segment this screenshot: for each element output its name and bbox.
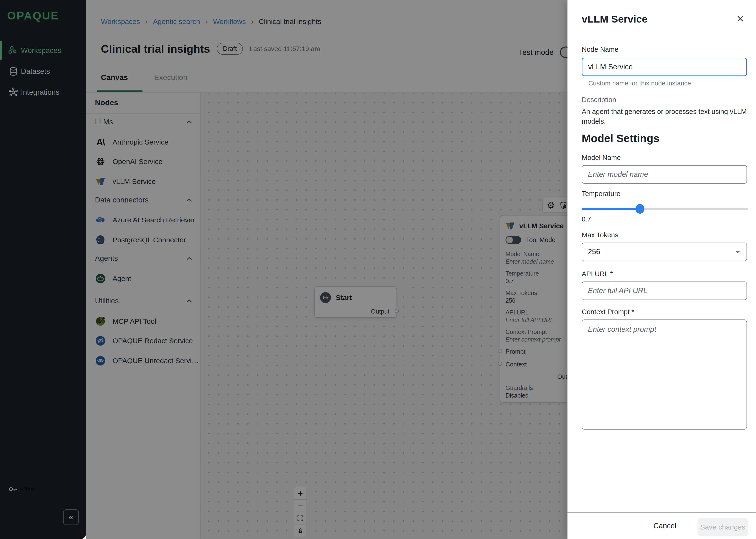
drawer-title: vLLM Service [582, 13, 647, 25]
node-name-helper: Custom name for this node instance [588, 80, 691, 87]
sidebar-item-datasets[interactable]: Datasets [0, 62, 86, 81]
node-name-input[interactable] [582, 58, 747, 76]
slider-fill [582, 208, 640, 210]
context-prompt-label: Context Prompt * [582, 308, 634, 316]
slider-knob[interactable] [635, 204, 644, 214]
temperature-label: Temperature [582, 190, 621, 198]
key-icon [9, 485, 18, 494]
app-window: OPAQUE Workspaces Datasets [0, 0, 756, 539]
cancel-button[interactable]: Cancel [653, 522, 676, 530]
max-tokens-label: Max Tokens [582, 231, 618, 239]
sidebar-collapse-button[interactable]: « [63, 509, 79, 525]
integrations-icon [9, 88, 18, 97]
sidebar-item-label: Datasets [21, 67, 50, 76]
api-url-label: API URL * [582, 270, 613, 278]
chevron-down-icon [735, 250, 741, 254]
api-url-input[interactable] [582, 281, 747, 300]
opaque-logo: OPAQUE [7, 9, 59, 22]
close-icon[interactable]: × [734, 12, 747, 25]
api-key-label: API Key [21, 487, 35, 491]
description-text: An agent that generates or processes tex… [582, 107, 748, 126]
sidebar: OPAQUE Workspaces Datasets [0, 0, 86, 539]
sidebar-item-workspaces[interactable]: Workspaces [0, 41, 86, 60]
sidebar-item-label: Workspaces [21, 46, 61, 55]
model-settings-heading: Model Settings [582, 132, 659, 145]
model-name-label: Model Name [582, 154, 621, 162]
node-name-label: Node Name [582, 45, 619, 53]
temperature-value: 0.7 [582, 215, 591, 223]
node-config-drawer: vLLM Service × Node Name Custom name for… [567, 0, 756, 539]
sidebar-item-label: Integrations [21, 88, 59, 97]
max-tokens-value: 256 [588, 248, 600, 256]
sidebar-item-api-key[interactable]: API Key [0, 480, 86, 499]
sidebar-item-integrations[interactable]: Integrations [0, 83, 86, 102]
datasets-icon [9, 67, 18, 76]
workspaces-icon [9, 46, 18, 55]
model-name-input[interactable] [582, 165, 747, 184]
description-label: Description [582, 96, 616, 104]
max-tokens-select[interactable]: 256 [582, 243, 747, 261]
context-prompt-textarea[interactable] [582, 320, 747, 429]
save-changes-button[interactable]: Save changes [698, 518, 748, 536]
temperature-slider[interactable] [582, 208, 748, 210]
